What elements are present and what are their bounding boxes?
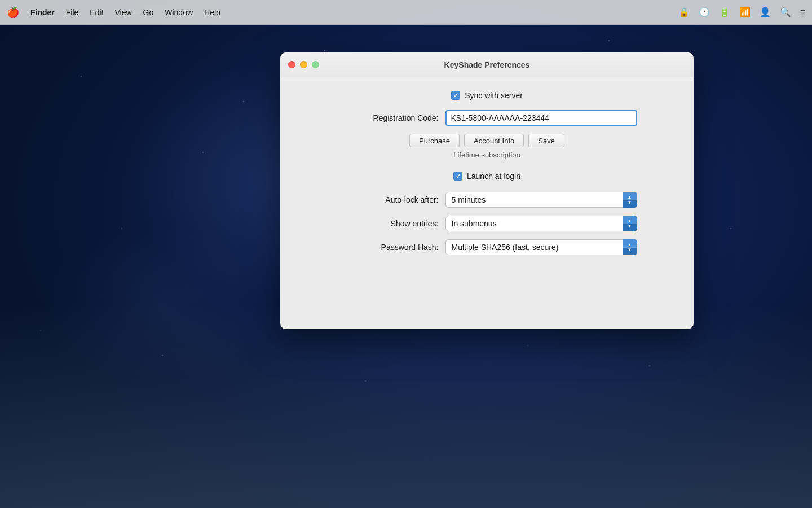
menu-go[interactable]: Go	[143, 8, 154, 17]
purchase-button[interactable]: Purchase	[409, 134, 460, 147]
buttons-row: Purchase Account Info Save	[303, 134, 671, 147]
desktop: 🍎 Finder File Edit View Go Window Help 🔒…	[0, 0, 812, 508]
password-hash-row: Password Hash: Multiple SHA256 (fast, se…	[303, 239, 671, 255]
account-info-button[interactable]: Account Info	[464, 134, 524, 147]
lock-icon: 🔒	[678, 7, 690, 17]
autolock-label: Auto-lock after:	[337, 195, 439, 204]
menubar-left: 🍎 Finder File Edit View Go Window Help	[7, 6, 678, 19]
wifi-icon: 📶	[739, 7, 751, 17]
notifications-icon[interactable]: ≡	[800, 7, 805, 17]
battery-icon: 🔋	[719, 7, 730, 17]
preferences-window: KeyShade Preferences Sync with server Re…	[280, 52, 694, 329]
show-entries-dropdown-container: In submenus In main menu In window ▲ ▼	[445, 216, 637, 231]
user-icon: 👤	[760, 7, 771, 17]
close-button[interactable]	[288, 61, 295, 68]
autolock-select[interactable]: 5 minutes 1 minute 2 minutes 10 minutes …	[445, 192, 637, 208]
search-icon[interactable]: 🔍	[780, 7, 791, 17]
registration-code-label: Registration Code:	[337, 113, 439, 122]
autolock-dropdown-container: 5 minutes 1 minute 2 minutes 10 minutes …	[445, 192, 637, 208]
launch-login-checkbox[interactable]	[453, 172, 462, 181]
menu-help[interactable]: Help	[204, 8, 220, 17]
sync-checkbox[interactable]	[451, 91, 460, 100]
window-title: KeyShade Preferences	[444, 60, 530, 69]
menu-file[interactable]: File	[66, 8, 79, 17]
show-entries-label: Show entries:	[337, 219, 439, 228]
apple-menu[interactable]: 🍎	[7, 6, 19, 19]
password-hash-select[interactable]: Multiple SHA256 (fast, secure) SHA256 SH…	[445, 239, 637, 255]
maximize-button[interactable]	[312, 61, 319, 68]
autolock-row: Auto-lock after: 5 minutes 1 minute 2 mi…	[303, 192, 671, 208]
titlebar: KeyShade Preferences	[280, 52, 694, 77]
menu-finder[interactable]: Finder	[30, 8, 55, 17]
show-entries-select[interactable]: In submenus In main menu In window	[445, 216, 637, 231]
registration-code-row: Registration Code:	[303, 110, 671, 126]
menubar-right: 🔒 🕐 🔋 📶 👤 🔍 ≡	[678, 7, 805, 17]
menubar: 🍎 Finder File Edit View Go Window Help 🔒…	[0, 0, 812, 25]
save-button[interactable]: Save	[528, 134, 564, 147]
launch-login-label: Launch at login	[467, 172, 520, 181]
menu-window[interactable]: Window	[165, 8, 193, 17]
window-content: Sync with server Registration Code: Purc…	[280, 77, 694, 280]
lifetime-text: Lifetime subscription	[303, 151, 671, 159]
password-hash-dropdown-container: Multiple SHA256 (fast, secure) SHA256 SH…	[445, 239, 637, 255]
menu-edit[interactable]: Edit	[90, 8, 103, 17]
traffic-lights	[288, 61, 319, 68]
timemachine-icon: 🕐	[699, 7, 710, 17]
sync-row: Sync with server	[303, 91, 671, 100]
launch-login-row: Launch at login	[303, 172, 671, 181]
password-hash-label: Password Hash:	[337, 243, 439, 252]
sync-label: Sync with server	[465, 91, 523, 100]
minimize-button[interactable]	[300, 61, 307, 68]
show-entries-row: Show entries: In submenus In main menu I…	[303, 216, 671, 231]
registration-code-input[interactable]	[445, 110, 637, 126]
menu-view[interactable]: View	[114, 8, 131, 17]
